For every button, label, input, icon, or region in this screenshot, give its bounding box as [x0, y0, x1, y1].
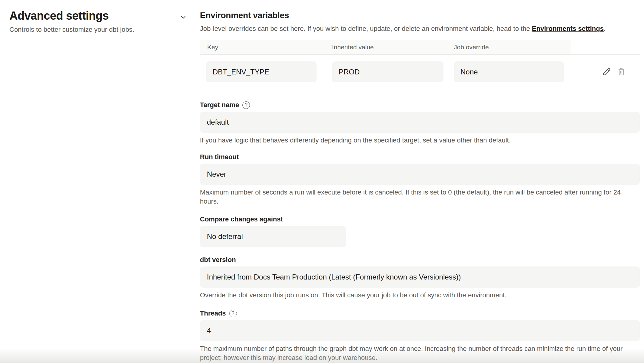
field-threads: Threads ? The maximum number of paths th…: [200, 309, 640, 362]
field-dbt-version: dbt version Override the dbt version thi…: [200, 256, 640, 300]
env-vars-description-period: .: [604, 25, 606, 32]
run-timeout-input[interactable]: [200, 164, 640, 185]
column-header-inherited-value: Inherited value: [332, 40, 374, 54]
threads-label-row: Threads ?: [200, 309, 640, 317]
env-vars-description-text: Job-level overrides can be set here. If …: [200, 25, 532, 32]
compare-changes-label-row: Compare changes against: [200, 215, 640, 223]
edit-env-var-button[interactable]: [601, 66, 612, 77]
page-subtitle: Controls to better customize your dbt jo…: [9, 25, 187, 34]
pencil-icon: [601, 74, 612, 78]
threads-helper: The maximum number of paths through the …: [200, 344, 640, 362]
target-name-label-row: Target name ?: [200, 101, 640, 109]
dbt-version-input[interactable]: [200, 267, 640, 288]
env-vars-description: Job-level overrides can be set here. If …: [200, 25, 640, 33]
compare-changes-input[interactable]: [200, 226, 346, 247]
dbt-version-label-row: dbt version: [200, 256, 640, 264]
target-name-helper: If you have logic that behaves different…: [200, 136, 640, 145]
run-timeout-label-row: Run timeout: [200, 153, 640, 161]
env-var-key-cell: DBT_ENV_TYPE: [206, 61, 317, 82]
section-summary-header: Advanced settings: [9, 9, 187, 22]
field-run-timeout: Run timeout Maximum number of seconds a …: [200, 153, 640, 206]
chevron-down-icon: [179, 18, 187, 22]
run-timeout-label: Run timeout: [200, 153, 239, 161]
threads-label: Threads: [200, 309, 226, 317]
dbt-version-helper: Override the dbt version this job runs o…: [200, 291, 640, 300]
env-vars-heading: Environment variables: [200, 10, 640, 21]
help-icon[interactable]: ?: [229, 310, 237, 317]
field-compare-changes: Compare changes against: [200, 215, 640, 247]
column-header-job-override: Job override: [454, 40, 489, 54]
delete-env-var-button[interactable]: [617, 67, 626, 76]
page-title: Advanced settings: [9, 9, 109, 22]
advanced-settings-page: Advanced settings Controls to better cus…: [0, 0, 644, 362]
section-summary-column: Advanced settings Controls to better cus…: [0, 0, 200, 362]
table-header-background: [200, 40, 571, 54]
column-header-key: Key: [207, 40, 218, 54]
trash-icon: [617, 73, 626, 77]
threads-input[interactable]: [200, 320, 640, 341]
collapse-section-button[interactable]: [179, 13, 187, 21]
env-var-inherited-value-cell: PROD: [332, 61, 443, 82]
compare-changes-label: Compare changes against: [200, 215, 283, 223]
env-vars-table: Key Inherited value Job override DBT_ENV…: [200, 40, 640, 89]
target-name-input[interactable]: [200, 112, 640, 133]
field-target-name: Target name ? If you have logic that beh…: [200, 101, 640, 145]
table-actions-divider: [571, 40, 571, 89]
run-timeout-helper: Maximum number of seconds a run will exe…: [200, 188, 640, 206]
help-icon[interactable]: ?: [242, 101, 250, 109]
target-name-label: Target name: [200, 101, 239, 109]
environments-settings-link[interactable]: Environments settings: [532, 25, 604, 32]
advanced-settings-content: Environment variables Job-level override…: [200, 0, 644, 362]
table-header-divider: [200, 54, 640, 55]
dbt-version-label: dbt version: [200, 256, 236, 264]
env-var-job-override-cell: None: [454, 61, 564, 82]
